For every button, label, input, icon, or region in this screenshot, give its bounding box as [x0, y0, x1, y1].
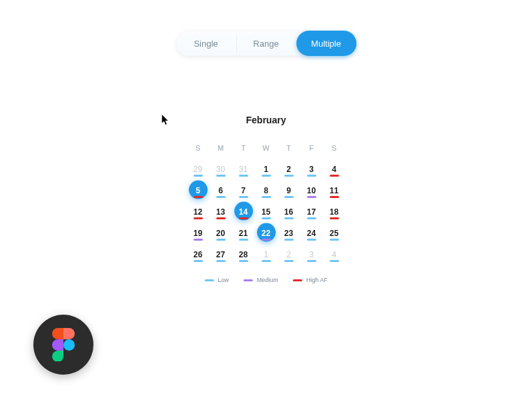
priority-indicator [307, 196, 316, 198]
day-of-week-header: S [324, 137, 345, 159]
calendar-day[interactable]: 28 [233, 244, 254, 265]
calendar-day[interactable]: 23 [278, 223, 300, 244]
calendar-day-number: 28 [239, 250, 248, 259]
calendar-day-number: 2 [286, 165, 291, 174]
priority-indicator [262, 260, 271, 262]
calendar-day[interactable]: 9 [278, 180, 300, 201]
calendar-day[interactable]: 1 [256, 159, 277, 180]
calendar-day-number: 9 [286, 186, 291, 195]
calendar-day[interactable]: 27 [210, 244, 232, 265]
calendar-day-number: 3 [309, 250, 314, 259]
day-of-week-header: T [278, 137, 300, 159]
calendar-day-number: 24 [307, 229, 316, 238]
priority-indicator [307, 260, 316, 262]
calendar-day-number: 1 [264, 165, 268, 174]
calendar-day[interactable]: 3 [301, 159, 322, 180]
figma-badge[interactable] [33, 315, 93, 375]
calendar-day[interactable]: 26 [188, 244, 209, 265]
calendar-day[interactable]: 5 [188, 180, 209, 201]
calendar-day[interactable]: 15 [256, 201, 277, 223]
calendar-month-title: February [183, 115, 350, 125]
calendar-day[interactable]: 30 [210, 159, 232, 180]
legend-item: High AF [293, 277, 328, 283]
calendar-day[interactable]: 3 [301, 244, 322, 265]
calendar-day[interactable]: 24 [301, 223, 322, 244]
calendar-day[interactable]: 19 [188, 223, 209, 244]
calendar-day[interactable]: 11 [324, 180, 345, 201]
calendar-day[interactable]: 25 [324, 223, 345, 244]
calendar-day[interactable]: 4 [324, 159, 345, 180]
calendar-day-number: 13 [216, 207, 225, 217]
calendar-day[interactable]: 6 [210, 180, 232, 201]
legend-item: Medium [244, 277, 278, 283]
calendar-day-number: 19 [194, 229, 202, 238]
calendar-day-number: 22 [262, 229, 270, 238]
priority-indicator [216, 196, 226, 198]
calendar-day-number: 20 [216, 229, 225, 238]
calendar-day[interactable]: 2 [278, 244, 300, 265]
priority-indicator [194, 175, 203, 177]
mode-option-label: Range [253, 39, 278, 49]
calendar-day[interactable]: 8 [256, 180, 277, 201]
calendar-day-number: 30 [216, 165, 225, 174]
priority-indicator [194, 196, 203, 198]
calendar-day[interactable]: 2 [278, 159, 300, 180]
calendar-day-number: 7 [241, 186, 246, 195]
calendar-day[interactable]: 14 [233, 201, 254, 223]
calendar-day[interactable]: 12 [188, 201, 209, 223]
priority-indicator [262, 196, 271, 198]
priority-indicator [330, 260, 339, 262]
priority-indicator [307, 217, 316, 219]
calendar-day-number: 21 [239, 229, 248, 238]
priority-indicator [262, 175, 271, 177]
calendar-day-number: 11 [330, 186, 338, 195]
calendar-day[interactable]: 18 [324, 201, 345, 223]
calendar-day-number: 4 [332, 165, 336, 174]
calendar-day-number: 1 [264, 250, 268, 259]
priority-indicator [307, 175, 316, 177]
priority-indicator [284, 217, 294, 219]
calendar-day[interactable]: 20 [210, 223, 232, 244]
priority-indicator [284, 175, 294, 177]
calendar-day[interactable]: 22 [256, 223, 277, 244]
mode-option-single[interactable]: Single [176, 31, 236, 56]
legend-item: Low [204, 277, 229, 283]
calendar-day[interactable]: 21 [233, 223, 254, 244]
priority-indicator [239, 217, 248, 219]
priority-indicator [262, 217, 271, 219]
legend-swatch [204, 279, 214, 281]
priority-indicator [216, 239, 226, 241]
calendar-grid: SMTWTFS293031123456789101112131415161718… [183, 137, 350, 265]
calendar-day[interactable]: 17 [301, 201, 322, 223]
calendar-day[interactable]: 16 [278, 201, 300, 223]
calendar-day-number: 31 [239, 165, 248, 174]
day-of-week-header: S [188, 137, 209, 159]
priority-indicator [194, 217, 203, 219]
mode-option-multiple[interactable]: Multiple [296, 31, 356, 56]
svg-point-0 [63, 339, 75, 351]
calendar-day-number: 12 [194, 207, 202, 217]
mode-option-label: Multiple [311, 39, 341, 49]
priority-indicator [330, 196, 339, 198]
calendar-day[interactable]: 1 [256, 244, 277, 265]
mode-option-label: Single [194, 39, 218, 49]
calendar-day-number: 5 [196, 186, 200, 195]
calendar-day[interactable]: 7 [233, 180, 254, 201]
cursor-icon [162, 115, 170, 125]
calendar-day[interactable]: 10 [301, 180, 322, 201]
calendar-day[interactable]: 4 [324, 244, 345, 265]
calendar-day[interactable]: 13 [210, 201, 232, 223]
priority-indicator [194, 239, 203, 241]
calendar-day[interactable]: 31 [233, 159, 254, 180]
priority-indicator [284, 260, 294, 262]
calendar-day-number: 4 [332, 250, 336, 259]
calendar-day[interactable]: 29 [188, 159, 209, 180]
priority-indicator [284, 239, 294, 241]
priority-indicator [284, 196, 294, 198]
calendar-day-number: 29 [194, 165, 202, 174]
priority-indicator [216, 217, 226, 219]
mode-option-range[interactable]: Range [236, 31, 296, 56]
calendar-day-number: 25 [330, 229, 338, 238]
calendar-day-number: 23 [284, 229, 293, 238]
day-of-week-header: M [210, 137, 232, 159]
